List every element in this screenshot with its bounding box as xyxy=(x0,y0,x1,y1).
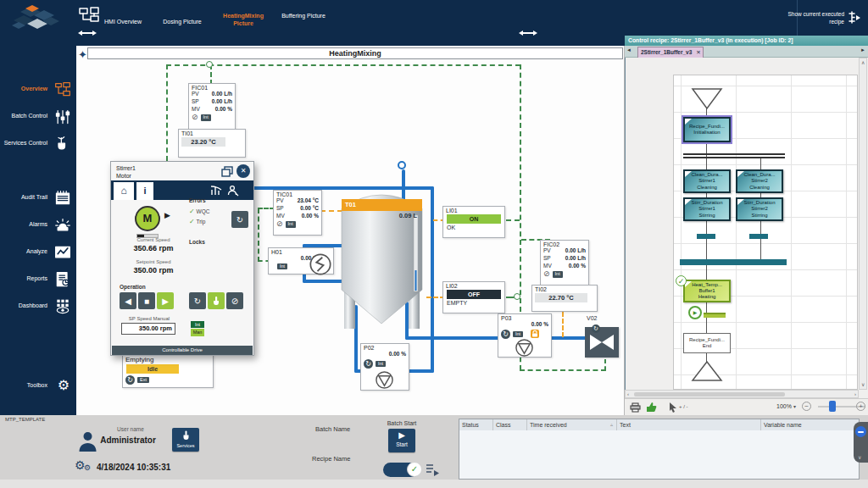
sidebar-item-services-control[interactable]: Services Control xyxy=(0,134,76,156)
pan-left-right-icon-2[interactable] xyxy=(519,30,537,36)
star-icon[interactable]: ✦ xyxy=(78,48,87,61)
sidebar-item-audit-trail[interactable]: Audit Trail xyxy=(0,188,76,210)
instrument-fic01[interactable]: FIC01 PV0.00 L/h SP0.00 L/h MV0.00 % ⊘In… xyxy=(188,83,236,130)
zoom-dropdown-icon[interactable]: ▾ xyxy=(793,403,796,409)
alarms-icon xyxy=(54,217,71,234)
instrument-li02[interactable]: LI02 OFF EMPTY xyxy=(442,281,505,313)
interlock-node xyxy=(206,61,213,68)
sp-manual-input[interactable]: 350.00 rpm xyxy=(121,323,175,335)
pan-left-right-icon[interactable] xyxy=(78,30,97,36)
faceplate-stirrer1: Stirrer1Motor ✕ ⌂ i M ▶ Errors ✓ WQC ✓ T… xyxy=(110,161,254,356)
sfc-transition[interactable] xyxy=(749,234,768,239)
manual-mode-button[interactable] xyxy=(208,292,225,309)
scroll-up-icon[interactable]: ∧ xyxy=(861,59,865,66)
services-button[interactable]: Services xyxy=(172,428,199,452)
pipe xyxy=(431,186,434,373)
recipe-toggle[interactable]: ✓ xyxy=(383,463,420,477)
sfc-step-initialisation[interactable]: Recipe_Fundi...Initialisation xyxy=(683,117,731,142)
parallel-split xyxy=(683,157,785,158)
sfc-step-stirrer1-stirring[interactable]: Stirr_DurationStirrer1Stirring xyxy=(683,197,731,221)
disable-button[interactable]: ⊘ xyxy=(226,292,243,309)
recipe-execution-icon[interactable] xyxy=(847,10,861,25)
scroll-left-icon[interactable]: ‹ xyxy=(627,391,629,397)
reverse-button[interactable]: ◀ xyxy=(120,292,136,309)
close-icon[interactable]: ✕ xyxy=(236,164,250,178)
home-tab[interactable]: ⌂ xyxy=(114,182,134,200)
scroll-right-icon[interactable]: › xyxy=(854,391,856,397)
zoom-in-icon[interactable]: + xyxy=(856,402,865,411)
sidebar-item-toolbox[interactable]: Toolbox ⚙ xyxy=(0,376,76,398)
scroll-down-icon[interactable]: ∨ xyxy=(861,381,865,388)
col-variable-name[interactable]: Variable name xyxy=(761,419,859,430)
remote-access-tab[interactable]: ∨ xyxy=(854,422,868,463)
tab-scroll-right-icon[interactable]: ► xyxy=(860,47,865,53)
pump-icon xyxy=(375,370,394,390)
trend-tab-icon[interactable] xyxy=(210,185,222,197)
interlock-line xyxy=(520,369,606,371)
sfc-start-node[interactable] xyxy=(691,88,723,110)
col-class[interactable]: Class xyxy=(493,419,527,430)
start-forward-button[interactable]: ▶ xyxy=(157,292,174,309)
instrument-ti02[interactable]: TI02 22.70 °C xyxy=(531,285,598,312)
li02-state: OFF xyxy=(447,290,501,299)
hscroll-thumb[interactable] xyxy=(634,392,785,396)
sfc-end-node[interactable] xyxy=(691,360,723,382)
zoom-out-icon[interactable]: − xyxy=(802,402,811,411)
recipe-name-label: Recipe Name xyxy=(312,455,350,463)
instrument-ti01[interactable]: TI01 23.20 °C xyxy=(178,129,246,158)
tab-scroll-left-icon[interactable]: ◄ xyxy=(626,47,632,53)
tab-heatingmixing-picture[interactable]: HeatingMixing Picture xyxy=(217,12,270,27)
mode-badge: Int xyxy=(201,114,211,121)
bottom-strip xyxy=(0,480,868,488)
valve-icon xyxy=(585,327,619,358)
recipe-list-run-icon[interactable] xyxy=(426,463,440,476)
user-tab-icon[interactable] xyxy=(227,185,239,197)
recipe-vscrollbar[interactable]: ∧ ∨ xyxy=(859,58,867,390)
sfc-step-buffer1-heating[interactable]: Heat_Temp...Buffer1Heating xyxy=(683,280,731,302)
sidebar-item-analyze[interactable]: Analyze xyxy=(0,242,76,264)
stop-button[interactable]: ■ xyxy=(138,292,155,309)
sidebar-item-reports[interactable]: Reports xyxy=(0,269,76,291)
selection-cursor-icon[interactable] xyxy=(669,402,677,413)
popout-icon[interactable] xyxy=(221,166,233,177)
instrument-li01[interactable]: LI01 ON OK xyxy=(442,206,505,238)
show-recipe-button[interactable]: Show current executed recipe xyxy=(780,11,844,26)
col-time-received[interactable]: Time received▵ xyxy=(527,419,617,430)
step-complete-check-icon: ✓ xyxy=(676,275,687,286)
tab-dosing-picture[interactable]: Dosing Picture xyxy=(158,18,207,25)
tab-hmi-overview[interactable]: HMI Overview xyxy=(98,18,147,25)
zoom-slider-handle[interactable] xyxy=(829,401,836,412)
play-icon: ▶ xyxy=(162,297,169,306)
recipe-tab[interactable]: 2Stirrer_1Buffer_v3 ✕ xyxy=(637,47,704,58)
sidebar-item-alarms[interactable]: Alarms xyxy=(0,215,76,237)
thumb-up-icon[interactable] xyxy=(646,402,657,413)
col-status[interactable]: Status xyxy=(459,419,493,430)
sidebar-item-batch-control[interactable]: Batch Control xyxy=(0,107,76,129)
reset-button[interactable]: ↻ xyxy=(231,211,248,228)
sidebar-item-overview[interactable]: Overview xyxy=(0,80,76,102)
service-panel-emptying[interactable]: Emptying Idle ↻Ext xyxy=(122,354,214,388)
zoom-value[interactable]: 100% xyxy=(776,403,792,409)
auto-mode-button[interactable]: ↻ xyxy=(189,292,206,309)
instrument-p03[interactable]: P03 0.00 % ↻Int xyxy=(498,313,552,358)
instrument-fic02[interactable]: FIC02 PV0.00 L/h SP0.00 L/h MV0.00 % ⊘In… xyxy=(540,240,589,287)
valve-v02[interactable] xyxy=(585,327,619,358)
interlock-line xyxy=(258,208,259,262)
tab-close-icon[interactable]: ✕ xyxy=(696,49,700,55)
col-text[interactable]: Text xyxy=(617,419,761,430)
sfc-transition[interactable] xyxy=(697,234,715,239)
sfc-step-stirrer2-cleaning[interactable]: Clean_Dura...Stirrer2Cleaning xyxy=(736,169,783,193)
sfc-step-stirrer2-stirring[interactable]: Stirr_DurationStirrer2Stirring xyxy=(736,197,783,221)
batch-start-button[interactable]: ▶ Start xyxy=(388,429,415,452)
sfc-step-end[interactable]: Recipe_Fundi...End xyxy=(683,333,731,353)
instrument-tic01[interactable]: TIC01 PV23.04 °C SP0.00 °C MV0.00 % ⊘Int xyxy=(273,190,322,236)
sfc-step-stirrer1-cleaning[interactable]: Clean_Dura...Stirrer1Cleaning xyxy=(683,169,731,193)
info-tab[interactable]: i xyxy=(136,182,153,200)
print-icon[interactable] xyxy=(630,402,641,413)
zoom-tool-label[interactable]: + / - xyxy=(679,404,688,409)
tab-buffering-picture[interactable]: Buffering Picture xyxy=(278,12,329,19)
sfc-active-transition[interactable] xyxy=(704,313,726,318)
recipe-hscrollbar[interactable]: ‹ › xyxy=(625,390,859,398)
instrument-p02[interactable]: P02 0.00 % ↻Int xyxy=(360,343,409,391)
sidebar-item-dashboard[interactable]: Dashboard xyxy=(0,297,76,319)
